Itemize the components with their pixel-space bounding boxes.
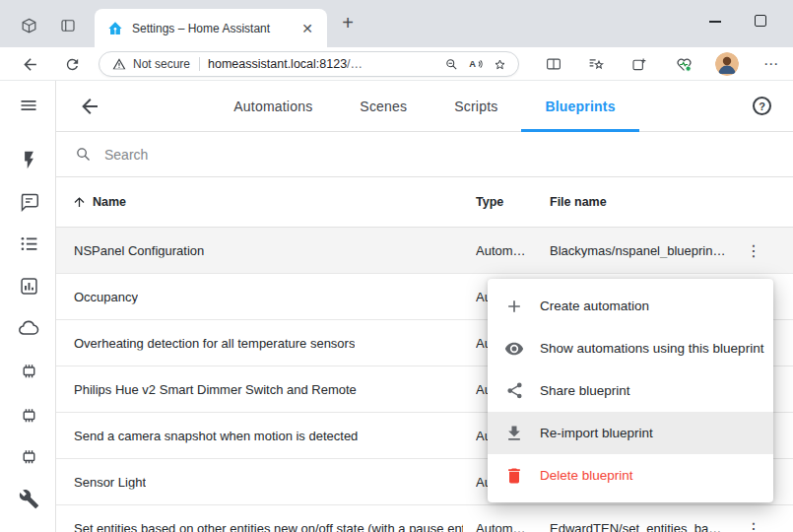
sidebar-item-cloud[interactable] [17, 316, 40, 340]
chip-icon [19, 405, 39, 426]
tab-scenes[interactable]: Scenes [336, 81, 430, 132]
browser-tab[interactable]: Settings – Home Assistant ✕ [95, 9, 327, 47]
close-tab-icon[interactable]: ✕ [297, 20, 317, 37]
tab-label: Scripts [454, 99, 497, 114]
tab-label: Scenes [360, 99, 407, 114]
split-screen-icon[interactable] [540, 50, 567, 78]
browser-tabstrip: Settings – Home Assistant ✕ + [0, 0, 793, 47]
url-host: homeassistant.local:8123 [208, 57, 347, 71]
ha-sidebar [0, 81, 56, 532]
blueprint-context-menu: Create automation Show automations using… [488, 279, 773, 502]
browser-essentials-icon[interactable] [670, 50, 697, 78]
row-overflow-icon[interactable]: ⋮ [746, 519, 761, 532]
row-name: Philips Hue v2 Smart Dimmer Switch and R… [74, 382, 357, 397]
menu-item-label: Share blueprint [540, 383, 630, 398]
trash-icon [504, 466, 524, 486]
column-header-name[interactable]: Name [93, 195, 126, 209]
read-aloud-icon[interactable]: A [468, 56, 484, 72]
more-options-icon[interactable]: ⋯ [758, 50, 785, 78]
search-field[interactable]: Search [56, 132, 793, 177]
row-name: Send a camera snapshot when motion is de… [74, 429, 358, 443]
menu-item-label: Re-import blueprint [540, 426, 653, 440]
sidebar-menu-button[interactable] [17, 94, 40, 117]
row-name: Set entities based on other entities new… [74, 521, 463, 532]
search-icon [75, 146, 92, 163]
row-file: EdwardTEN/set_entities_ba… [550, 521, 721, 532]
help-button[interactable]: ? [753, 97, 771, 115]
browser-back-button[interactable] [16, 50, 43, 78]
row-name: Overheating detection for all temperatur… [74, 336, 355, 351]
row-type: Autom… [476, 243, 537, 258]
address-bar[interactable]: Not secure homeassistant.local:8123 /… A [99, 51, 519, 77]
column-header-file[interactable]: File name [550, 195, 607, 209]
new-tab-button[interactable]: + [335, 12, 361, 34]
table-header: Name Type File name [56, 177, 793, 228]
tab-title: Settings – Home Assistant [132, 22, 297, 35]
lightning-icon [19, 150, 39, 170]
sidebar-item-history[interactable] [17, 274, 40, 298]
favorite-star-icon[interactable] [493, 57, 507, 72]
menu-item-delete-blueprint[interactable]: Delete blueprint [488, 454, 773, 497]
sidebar-item-todo-list[interactable] [17, 232, 40, 255]
tab-automations[interactable]: Automations [210, 81, 336, 132]
refresh-button[interactable] [58, 50, 86, 78]
menu-item-show-automations[interactable]: Show automations using this blueprint [488, 327, 773, 369]
list-icon [19, 233, 39, 254]
ellipsis-glyph: ⋯ [763, 55, 779, 73]
table-row[interactable]: NSPanel Configuration Autom… Blackymas/n… [56, 228, 793, 274]
chip-icon [19, 361, 39, 381]
menu-item-label: Create automation [540, 299, 649, 313]
cloud-icon [18, 317, 39, 339]
row-file: Blackymas/nspanel_blueprin… [550, 243, 725, 258]
svg-text:A: A [469, 59, 476, 69]
sidebar-item-module-3[interactable] [17, 444, 40, 468]
hamburger-icon [19, 96, 38, 115]
sidebar-item-developer-tools[interactable] [17, 487, 40, 510]
favorites-hub-icon[interactable] [582, 50, 610, 78]
menu-item-label: Delete blueprint [540, 468, 633, 483]
not-secure-label: Not secure [133, 57, 190, 71]
tab-label: Automations [233, 99, 312, 114]
menu-item-label: Show automations using this blueprint [540, 341, 763, 356]
address-divider [199, 57, 200, 71]
row-overflow-icon[interactable]: ⋮ [746, 241, 761, 260]
plus-icon [504, 297, 524, 316]
download-icon [504, 424, 524, 443]
sidebar-item-module-1[interactable] [17, 359, 40, 382]
row-name: Sensor Light [74, 475, 146, 490]
ha-header: Automations Scenes Scripts Blueprints ? [56, 81, 793, 132]
search-placeholder: Search [104, 147, 148, 163]
profile-avatar[interactable] [715, 52, 739, 76]
share-icon [504, 381, 524, 401]
tab-blueprints[interactable]: Blueprints [521, 81, 638, 132]
zoom-out-icon[interactable] [444, 57, 459, 72]
tab-scripts[interactable]: Scripts [430, 81, 521, 132]
eye-icon [504, 339, 524, 359]
chip-icon [19, 446, 39, 467]
sidebar-item-module-2[interactable] [17, 403, 40, 427]
maximize-window-icon[interactable] [755, 15, 766, 27]
collections-icon[interactable] [626, 50, 653, 78]
row-name: NSPanel Configuration [74, 243, 204, 258]
column-header-type[interactable]: Type [476, 195, 503, 209]
row-name: Occupancy [74, 290, 138, 304]
menu-item-reimport-blueprint[interactable]: Re-import blueprint [488, 412, 773, 454]
home-assistant-favicon [107, 21, 123, 36]
sidebar-item-energy[interactable] [17, 148, 40, 171]
menu-item-create-automation[interactable]: Create automation [488, 285, 773, 327]
row-type: Autom… [476, 521, 537, 532]
menu-item-share-blueprint[interactable]: Share blueprint [488, 369, 773, 412]
minimize-window-icon[interactable] [709, 21, 721, 23]
url-path: /… [347, 57, 363, 71]
ha-tab-bar: Automations Scenes Scripts Blueprints [56, 81, 793, 132]
help-glyph: ? [759, 100, 765, 112]
sidebar-item-logbook[interactable] [17, 189, 40, 213]
bar-chart-icon [19, 276, 39, 297]
workspaces-icon[interactable] [15, 13, 42, 38]
tab-actions-icon[interactable] [54, 13, 82, 38]
table-row[interactable]: Set entities based on other entities new… [56, 505, 793, 532]
browser-toolbar: Not secure homeassistant.local:8123 /… A… [0, 47, 793, 81]
not-secure-warning-icon[interactable] [112, 57, 126, 71]
sort-ascending-icon[interactable] [72, 195, 87, 210]
tab-label: Blueprints [545, 99, 615, 114]
